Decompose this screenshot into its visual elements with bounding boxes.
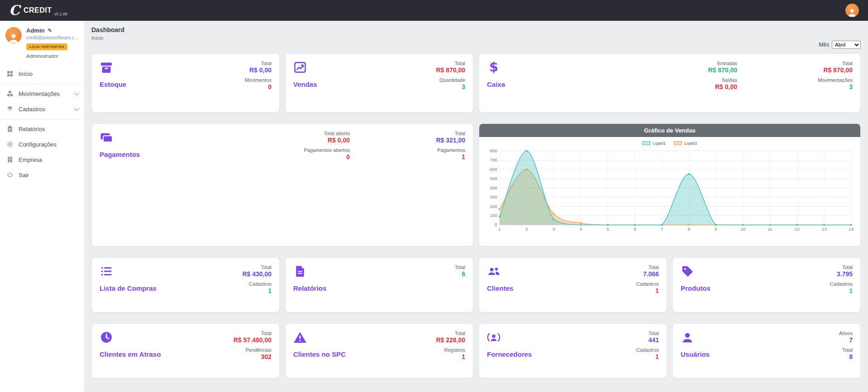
users-icon bbox=[487, 264, 501, 278]
stat-label: Pendências bbox=[246, 347, 272, 353]
credit-cards-icon bbox=[100, 131, 113, 144]
page-title: Dashboard bbox=[91, 26, 861, 33]
card-title-usuarios[interactable]: Usuários bbox=[681, 350, 710, 358]
card-stats: Total7.066Cadastros1 bbox=[611, 264, 659, 305]
stat-value: R$ 321,00 bbox=[436, 137, 465, 144]
card-left: Lista de Compras bbox=[100, 264, 157, 305]
brand-name: CREDIT bbox=[24, 6, 52, 14]
svg-text:600: 600 bbox=[490, 167, 497, 172]
stat-column: Total6 bbox=[418, 264, 465, 305]
month-label: Mês bbox=[819, 42, 829, 48]
profile-name: Admin bbox=[26, 27, 44, 34]
stat-value: 0 bbox=[268, 83, 272, 90]
sidebar-item-cadastros[interactable]: Cadastros bbox=[0, 101, 84, 117]
stat-label: Total bbox=[455, 131, 465, 136]
brand: C CREDIT v0.1.88 bbox=[9, 4, 67, 17]
chart-line-icon bbox=[293, 61, 307, 74]
stat-value: 6 bbox=[462, 270, 465, 278]
svg-text:2: 2 bbox=[525, 227, 528, 231]
card-title-fornecedores[interactable]: Fornecedores bbox=[487, 350, 532, 358]
card-title-clientes-no-spc[interactable]: Clientes no SPC bbox=[293, 350, 346, 358]
card-stats: Total441Cadastros1 bbox=[611, 331, 659, 371]
person-icon bbox=[847, 7, 857, 17]
svg-text:800: 800 bbox=[490, 148, 497, 153]
card-title-caixa[interactable]: Caixa bbox=[487, 80, 505, 88]
svg-text:3: 3 bbox=[553, 227, 555, 231]
stat-label: Total bbox=[455, 61, 465, 66]
stat-label: Cadastros bbox=[636, 347, 659, 353]
stat-label: Total bbox=[261, 61, 272, 66]
svg-text:13: 13 bbox=[821, 227, 826, 231]
sidebar-item-movimentacoes[interactable]: Movimentações bbox=[0, 84, 84, 101]
card-left: $Caixa bbox=[487, 61, 505, 105]
stat-value: 1 bbox=[655, 353, 659, 360]
edit-profile-icon[interactable]: ✎ bbox=[48, 28, 52, 33]
chart-body: 0100200300400500600700800123456789101112… bbox=[479, 146, 860, 246]
page-head: Dashboard Início bbox=[91, 26, 861, 41]
sidebar-item-inicio[interactable]: Início bbox=[0, 66, 84, 81]
stat-column: Total441Cadastros1 bbox=[611, 331, 659, 371]
card-title-lista-de-compras[interactable]: Lista de Compras bbox=[100, 284, 157, 292]
legend-swatch bbox=[674, 141, 682, 145]
list-icon bbox=[100, 264, 113, 278]
card-pagamentos: PagamentosTotal abertoR$ 0,00Pagamentos … bbox=[91, 123, 473, 246]
layers-icon bbox=[6, 105, 14, 113]
stat-value: R$ 870,00 bbox=[436, 66, 465, 74]
grid-icon bbox=[6, 70, 14, 77]
power-icon bbox=[6, 171, 14, 179]
card-clientes-em-atraso: Clientes em AtrasoTotalR$ 57.480,00Pendê… bbox=[91, 323, 280, 378]
svg-text:10: 10 bbox=[740, 227, 745, 231]
card-title-produtos[interactable]: Produtos bbox=[681, 284, 711, 292]
gear-icon bbox=[6, 141, 14, 148]
stat-label: Registros bbox=[444, 347, 465, 353]
legend-swatch bbox=[642, 141, 650, 145]
stat-value: 302 bbox=[261, 353, 272, 360]
person-icon bbox=[8, 32, 19, 43]
card-title-vendas[interactable]: Vendas bbox=[293, 80, 317, 88]
card-title-clientes[interactable]: Clientes bbox=[487, 284, 513, 292]
sidebar-item-relatorios[interactable]: Relatórios bbox=[0, 119, 84, 137]
user-icon bbox=[681, 331, 694, 344]
stat-value: 1 bbox=[462, 353, 465, 360]
sales-chart: 0100200300400500600700800123456789101112… bbox=[484, 146, 856, 235]
stat-label: Total aberto bbox=[324, 131, 350, 136]
card-lista-de-compras: Lista de ComprasTotalR$ 430,00Cadastros1 bbox=[91, 257, 280, 312]
sidebar-item-label: Movimentações bbox=[19, 90, 60, 97]
card-stats: TotalR$ 870,00Quantidade3 bbox=[418, 61, 465, 105]
stat-value: 7.066 bbox=[643, 270, 659, 278]
stat-value: R$ 228,00 bbox=[436, 336, 465, 344]
stat-column: Ativos7Total8 bbox=[805, 331, 853, 371]
card-title-relatorios[interactable]: Relatórios bbox=[293, 284, 326, 292]
card-stats: Total3.795Cadastros1 bbox=[805, 264, 853, 305]
stat-label: Total bbox=[649, 264, 659, 270]
stat-label: Total bbox=[455, 331, 465, 336]
stat-value: 8 bbox=[849, 353, 853, 360]
card-stats: Ativos7Total8 bbox=[805, 331, 853, 371]
clock-icon bbox=[100, 331, 113, 344]
file-icon bbox=[293, 264, 307, 278]
card-estoque: EstoqueTotalR$ 0,00Movimentos0 bbox=[91, 53, 280, 113]
profile-avatar[interactable] bbox=[5, 27, 22, 43]
stat-value: 441 bbox=[649, 336, 659, 344]
sidebar-item-label: Sair bbox=[19, 172, 29, 179]
card-title-clientes-em-atraso[interactable]: Clientes em Atraso bbox=[100, 350, 161, 358]
chevron-down-icon bbox=[74, 90, 79, 95]
month-select[interactable]: Abril bbox=[832, 41, 861, 49]
store-badge: LOJA VERTENTES bbox=[26, 43, 67, 50]
stat-label: Quantidade bbox=[439, 77, 465, 83]
sidebar-item-sair[interactable]: Sair bbox=[0, 167, 84, 183]
svg-text:1: 1 bbox=[498, 227, 501, 231]
sidebar-item-configuracoes[interactable]: Configurações bbox=[0, 137, 84, 152]
user-avatar[interactable] bbox=[845, 4, 859, 17]
sidebar-item-empresa[interactable]: Empresa bbox=[0, 152, 84, 167]
card-stats: TotalR$ 0,00Movimentos0 bbox=[224, 61, 272, 105]
stat-column: TotalR$ 430,00Cadastros1 bbox=[224, 264, 272, 305]
stat-label: Ativos bbox=[839, 331, 853, 336]
card-title-estoque[interactable]: Estoque bbox=[100, 80, 126, 88]
chart-legend: Loja01Loja02 bbox=[479, 137, 860, 146]
card-title-pagamentos[interactable]: Pagamentos bbox=[100, 151, 140, 158]
card-left: Vendas bbox=[293, 61, 317, 105]
stat-label: Cadastros bbox=[249, 281, 272, 287]
stat-value: R$ 0,00 bbox=[328, 137, 350, 144]
stat-label: Total bbox=[649, 331, 659, 336]
